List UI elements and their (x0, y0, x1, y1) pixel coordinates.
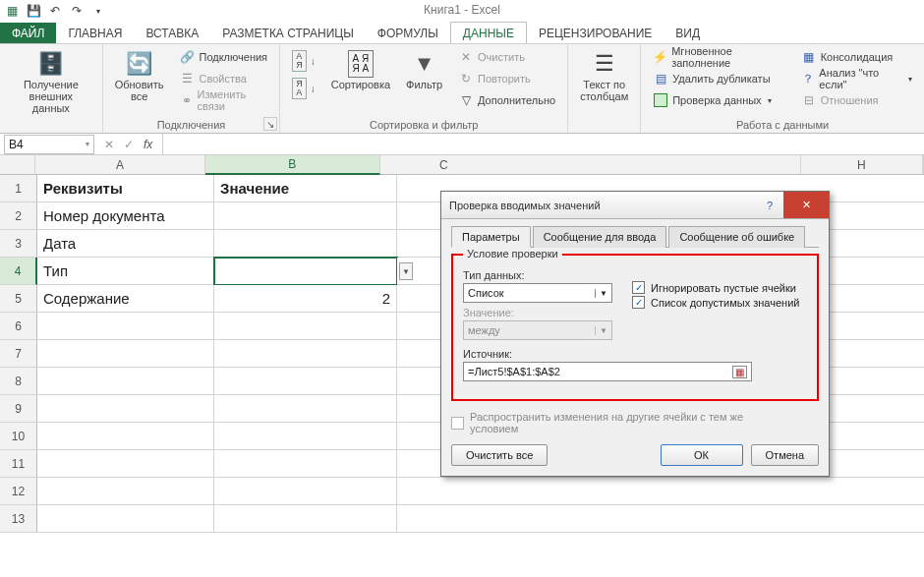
title-bar: ▦ 💾 ↶ ↷ ▾ Книга1 - Excel (0, 0, 924, 22)
tab-formulas[interactable]: ФОРМУЛЫ (366, 23, 450, 43)
row-header[interactable]: 10 (0, 423, 37, 450)
cell[interactable] (37, 505, 214, 533)
row-header[interactable]: 1 (0, 175, 37, 202)
source-input[interactable]: =Лист5!$A$1:$A$2 ▦ (463, 362, 752, 381)
save-icon[interactable]: 💾 (26, 3, 41, 19)
type-combobox[interactable]: Список ▼ (463, 283, 612, 303)
row-header[interactable]: 9 (0, 395, 37, 423)
column-header-H[interactable]: H (801, 155, 923, 175)
formula-input[interactable] (162, 134, 924, 154)
cell[interactable] (37, 395, 214, 423)
column-header-B[interactable]: B (205, 155, 380, 175)
clear-filter-button[interactable]: ✕Очистить (454, 47, 559, 67)
tab-review[interactable]: РЕЦЕНЗИРОВАНИЕ (527, 23, 664, 43)
edit-links-button[interactable]: ⚭Изменить связи (175, 90, 271, 110)
tab-page-layout[interactable]: РАЗМЕТКА СТРАНИЦЫ (210, 23, 366, 43)
tab-view[interactable]: ВИД (664, 23, 712, 43)
qat-dropdown-icon[interactable]: ▾ (90, 3, 106, 19)
advanced-filter-button[interactable]: ▽Дополнительно (454, 90, 559, 110)
tab-input-message[interactable]: Сообщение для ввода (533, 226, 667, 248)
fx-icon[interactable]: fx (144, 138, 152, 151)
name-box[interactable]: B4 ▾ (4, 135, 94, 154)
dialog-launcher-icon[interactable]: ↘ (263, 117, 277, 131)
flash-fill-button[interactable]: ⚡Мгновенное заполнение (649, 47, 788, 67)
connections-button[interactable]: 🔗Подключения (175, 47, 271, 67)
cell[interactable] (397, 478, 924, 505)
row-header[interactable]: 12 (0, 478, 37, 505)
cell-B5[interactable]: 2 (214, 285, 397, 313)
cell-A2[interactable]: Номер документа (37, 202, 214, 230)
relationships-button[interactable]: ⊟Отношения (797, 90, 916, 110)
cell-A1[interactable]: Реквизиты (37, 175, 214, 202)
cell[interactable] (37, 368, 214, 395)
tab-insert[interactable]: ВСТАВКА (134, 23, 210, 43)
help-icon[interactable]: ? (756, 192, 783, 218)
cell[interactable] (37, 313, 214, 340)
row-header[interactable]: 8 (0, 368, 37, 395)
cell[interactable] (214, 313, 397, 340)
cell-A4[interactable]: Тип (37, 258, 214, 285)
column-header-C[interactable]: C (380, 155, 801, 175)
incell-dropdown-checkbox[interactable]: ✓ Список допустимых значений (632, 296, 799, 309)
cell-B1[interactable]: Значение (214, 175, 397, 202)
sort-asc-button[interactable]: АЯ↓ (288, 47, 319, 75)
row-header[interactable]: 6 (0, 313, 37, 340)
column-header-A[interactable]: A (35, 155, 204, 175)
tab-data[interactable]: ДАННЫЕ (450, 22, 527, 43)
tab-error-message[interactable]: Сообщение об ошибке (668, 226, 805, 248)
cell[interactable] (214, 423, 397, 450)
sort-desc-button[interactable]: ЯА↓ (288, 75, 319, 102)
cancel-formula-icon[interactable]: ✕ (104, 138, 114, 151)
redo-icon[interactable]: ↷ (69, 3, 85, 19)
sort-button[interactable]: А ЯЯ А Сортировка (327, 47, 394, 92)
undo-icon[interactable]: ↶ (47, 3, 63, 19)
cell-dropdown-handle[interactable]: ▼ (399, 262, 413, 280)
tab-file[interactable]: ФАЙЛ (0, 23, 56, 43)
cell-A3[interactable]: Дата (37, 230, 214, 258)
properties-button[interactable]: ☰Свойства (175, 69, 271, 88)
cell[interactable] (397, 505, 924, 533)
filter-button[interactable]: ▼ Фильтр (402, 47, 446, 92)
cell[interactable] (214, 505, 397, 533)
ok-button[interactable]: ОК (661, 444, 743, 466)
ignore-blank-checkbox[interactable]: ✓ Игнорировать пустые ячейки (632, 281, 799, 294)
cancel-button[interactable]: Отмена (751, 444, 819, 466)
refresh-all-button[interactable]: 🔄 Обновить все (111, 47, 168, 104)
cell[interactable] (214, 340, 397, 368)
cell-B2[interactable] (214, 202, 397, 230)
dialog-titlebar[interactable]: Проверка вводимых значений ? ✕ (441, 192, 829, 219)
cell[interactable] (214, 478, 397, 505)
cell-B4[interactable] (214, 258, 397, 285)
tab-parameters[interactable]: Параметры (451, 226, 531, 248)
cell[interactable] (37, 423, 214, 450)
propagate-checkbox[interactable]: Распространить изменения на другие ячейк… (451, 411, 819, 434)
cell[interactable] (37, 478, 214, 505)
select-all-corner[interactable] (0, 155, 35, 175)
row-header[interactable]: 4 (0, 258, 37, 285)
row-header[interactable]: 11 (0, 450, 37, 478)
consolidate-button[interactable]: ▦Консолидация (797, 47, 916, 67)
whatif-button[interactable]: ？Анализ "что если"▾ (797, 69, 916, 88)
cell[interactable] (37, 340, 214, 368)
data-validation-button[interactable]: Проверка данных▾ (649, 90, 788, 110)
row-header[interactable]: 2 (0, 202, 37, 230)
row-header[interactable]: 7 (0, 340, 37, 368)
close-icon[interactable]: ✕ (783, 192, 829, 218)
confirm-formula-icon[interactable]: ✓ (124, 138, 134, 151)
range-picker-icon[interactable]: ▦ (732, 366, 747, 378)
text-to-columns-button[interactable]: ☰ Текст по столбцам (576, 47, 632, 104)
cell[interactable] (214, 395, 397, 423)
row-header[interactable]: 5 (0, 285, 37, 313)
cell-B3[interactable] (214, 230, 397, 258)
get-external-data-button[interactable]: 🗄️ Получение внешних данных (8, 47, 94, 116)
cell[interactable] (214, 368, 397, 395)
tab-home[interactable]: ГЛАВНАЯ (56, 23, 134, 43)
row-header[interactable]: 3 (0, 230, 37, 258)
clear-all-button[interactable]: Очистить все (451, 444, 548, 466)
cell[interactable] (214, 450, 397, 478)
row-header[interactable]: 13 (0, 505, 37, 533)
cell[interactable] (37, 450, 214, 478)
reapply-button[interactable]: ↻Повторить (454, 69, 559, 88)
cell-A5[interactable]: Содержание (37, 285, 214, 313)
remove-duplicates-button[interactable]: ▤Удалить дубликаты (649, 69, 788, 88)
